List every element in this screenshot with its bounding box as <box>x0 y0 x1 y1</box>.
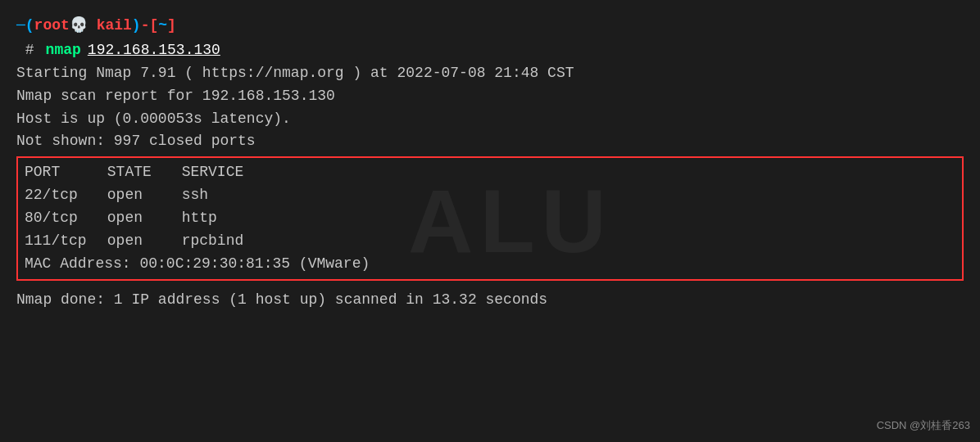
csdn-label: CSDN @刘桂香263 <box>877 417 970 434</box>
mac-address-line: MAC Address: 00:0C:29:30:81:35 (VMware) <box>25 253 955 276</box>
table-row: 80/tcp open http <box>25 207 955 230</box>
output-line-2: Nmap scan report for 192.168.153.130 <box>16 85 964 108</box>
bracket-right: ) <box>132 15 141 38</box>
prompt-dir: ~ <box>158 15 167 38</box>
hash-symbol: # <box>16 39 34 62</box>
port-2: 80/tcp <box>25 207 98 230</box>
dir-bracket-close: ] <box>167 15 176 38</box>
port-3: 111/tcp <box>25 230 98 253</box>
terminal-window: ALU ─(root💀 kail)-[~] # nmap 192.168.153… <box>0 0 980 442</box>
prompt-line: ─(root💀 kail)-[~] <box>16 15 964 38</box>
output-line-1: Starting Nmap 7.91 ( https://nmap.org ) … <box>16 62 964 85</box>
state-3: open <box>107 230 173 253</box>
prompt-host: kail <box>97 15 132 38</box>
state-2: open <box>107 207 173 230</box>
col-header-state: STATE <box>107 161 173 184</box>
col-header-service: SERVICE <box>182 161 244 184</box>
prompt-user: root <box>34 15 70 38</box>
table-header: PORT STATE SERVICE <box>25 161 955 184</box>
state-1: open <box>107 184 173 207</box>
output-line-4: Not shown: 997 closed ports <box>16 130 964 153</box>
bracket-left: ─( <box>16 15 34 38</box>
command-line: # nmap 192.168.153.130 <box>16 39 964 62</box>
service-1: ssh <box>182 184 208 207</box>
service-3: rpcbind <box>182 230 244 253</box>
scan-results-box: PORT STATE SERVICE 22/tcp open ssh 80/tc… <box>16 156 964 280</box>
service-2: http <box>182 207 217 230</box>
ip-argument: 192.168.153.130 <box>88 39 220 62</box>
col-header-port: PORT <box>25 161 98 184</box>
table-row: 22/tcp open ssh <box>25 184 955 207</box>
dir-bracket-open: -[ <box>141 15 159 38</box>
footer-line: Nmap done: 1 IP address (1 host up) scan… <box>16 289 964 312</box>
table-row: 111/tcp open rpcbind <box>25 230 955 253</box>
port-1: 22/tcp <box>25 184 98 207</box>
skull-icon: 💀 <box>70 15 88 38</box>
nmap-command: nmap <box>46 39 81 62</box>
output-line-3: Host is up (0.000053s latency). <box>16 108 964 131</box>
